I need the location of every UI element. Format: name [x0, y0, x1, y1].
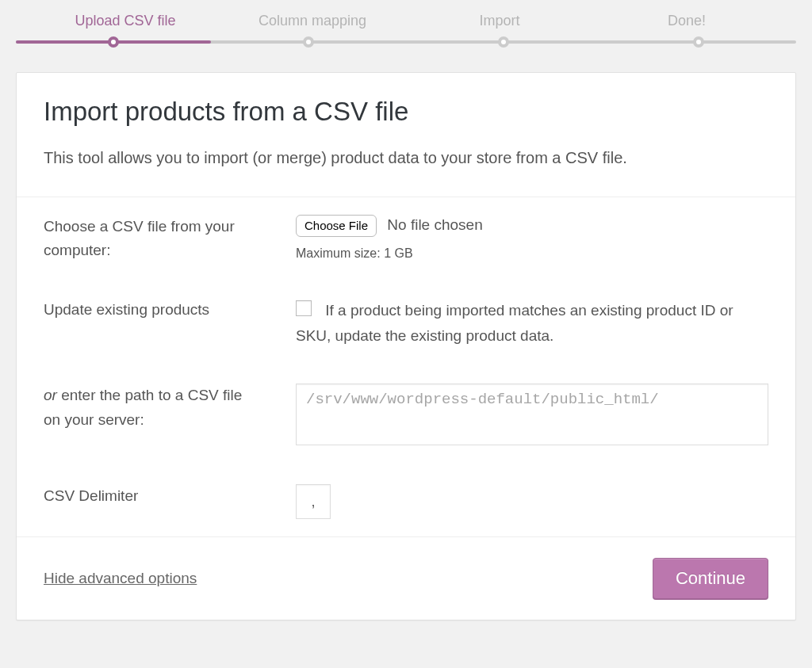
step-import: Import: [406, 13, 593, 29]
update-existing-help: If a product being imported matches an e…: [296, 302, 733, 344]
row-delimiter: CSV Delimiter: [17, 467, 795, 536]
delimiter-input[interactable]: [296, 484, 331, 519]
choose-file-button[interactable]: Choose File: [296, 215, 377, 237]
update-existing-label: Update existing products: [17, 281, 269, 367]
stepper-dot-3: [498, 36, 509, 48]
step-done: Done!: [593, 13, 780, 29]
step-column-mapping: Column mapping: [219, 13, 406, 29]
server-path-prefix: or: [44, 387, 57, 403]
stepper-labels: Upload CSV file Column mapping Import Do…: [0, 13, 812, 29]
row-choose-file: Choose a CSV file from your computer: Ch…: [17, 197, 795, 281]
page-title: Import products from a CSV file: [44, 97, 768, 127]
choose-file-label: Choose a CSV file from your computer:: [17, 197, 269, 281]
stepper-track: [16, 40, 796, 44]
continue-button[interactable]: Continue: [653, 558, 768, 599]
stepper-dot-1: [108, 36, 119, 48]
page-subtitle: This tool allows you to import (or merge…: [44, 146, 768, 170]
server-path-input[interactable]: [296, 384, 768, 445]
stepper-dot-2: [303, 36, 314, 48]
row-server-path: or enter the path to a CSV file on your …: [17, 366, 795, 467]
card-footer: Hide advanced options Continue: [17, 536, 795, 620]
hide-advanced-link[interactable]: Hide advanced options: [44, 570, 197, 587]
choose-file-status: No file chosen: [387, 216, 482, 233]
delimiter-label: CSV Delimiter: [17, 467, 269, 536]
step-upload: Upload CSV file: [32, 13, 219, 29]
progress-stepper: Upload CSV file Column mapping Import Do…: [0, 0, 812, 72]
form-table: Choose a CSV file from your computer: Ch…: [17, 197, 795, 536]
update-existing-checkbox[interactable]: [296, 300, 312, 316]
row-update-existing: Update existing products If a product be…: [17, 281, 795, 367]
card-header: Import products from a CSV file This too…: [17, 73, 795, 197]
server-path-label: or enter the path to a CSV file on your …: [17, 366, 269, 467]
server-path-rest: enter the path to a CSV file on your ser…: [44, 387, 242, 427]
max-size-text: Maximum size: 1 GB: [296, 246, 768, 261]
import-card: Import products from a CSV file This too…: [16, 72, 796, 620]
stepper-dot-4: [693, 36, 704, 48]
